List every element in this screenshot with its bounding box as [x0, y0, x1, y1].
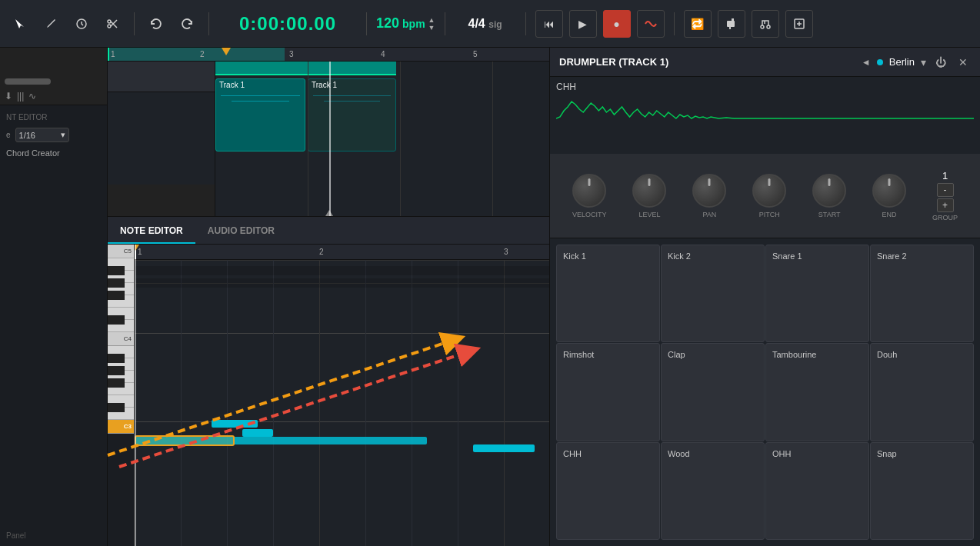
curve-button[interactable] [637, 10, 665, 38]
rewind-button[interactable]: ⏮ [535, 10, 563, 38]
grid-v-sub-3 [273, 245, 274, 546]
key-c5[interactable]: C5 [108, 245, 134, 258]
tab-note-editor[interactable]: NOTE EDITOR [108, 219, 195, 244]
track-mixer-icon[interactable]: ||| [17, 91, 24, 102]
knob-pan: PAN [692, 174, 726, 218]
play-button[interactable]: ▶ [569, 10, 597, 38]
note-mid-1[interactable] [212, 420, 258, 428]
arr-clip-2[interactable]: Track 1 [308, 78, 396, 151]
drumpler-preset-prev[interactable]: ◄ [862, 57, 871, 68]
drum-pad-kick2[interactable]: Kick 2 [661, 245, 765, 342]
drum-pad-snap[interactable]: Snap [870, 442, 974, 540]
arr-selection-bar [215, 62, 396, 75]
drum-pad-clap[interactable]: Clap [661, 343, 765, 441]
key-eb3[interactable] [108, 403, 125, 412]
editor-label: NT EDITOR [6, 113, 101, 122]
knob-end: END [872, 174, 906, 218]
arr-clip-2-wave-line2 [324, 101, 380, 102]
waveform-svg [556, 95, 974, 141]
knob-level-dial[interactable] [632, 174, 666, 208]
key-c3[interactable]: C3 [108, 420, 134, 434]
bpm-arrows[interactable]: ▲▼ [428, 16, 435, 32]
select-tool-button[interactable] [8, 12, 32, 36]
scissors-tool-button[interactable] [100, 12, 125, 36]
arr-track-list [108, 62, 215, 216]
plugin-button[interactable] [718, 10, 745, 38]
key-ab4[interactable] [108, 278, 125, 288]
key-bb3[interactable] [108, 354, 125, 363]
drum-pad-wood[interactable]: Wood [661, 442, 765, 540]
snap-label: e [6, 131, 11, 139]
drum-pad-snare1[interactable]: Snare 1 [765, 245, 869, 342]
draw-tool-button[interactable] [38, 12, 63, 36]
tab-audio-editor[interactable]: AUDIO EDITOR [195, 219, 287, 244]
loop-button[interactable]: 🔁 [684, 10, 712, 38]
note-editor-ruler: 1 2 3 [135, 245, 549, 260]
time-display: 0:00:00.00 [218, 13, 357, 35]
key-ab3[interactable] [108, 366, 125, 375]
group-minus-button[interactable]: - [937, 183, 954, 197]
separator-6 [674, 12, 675, 35]
midi-button[interactable] [752, 10, 779, 38]
svg-rect-4 [732, 18, 734, 21]
drum-pad-rimshot[interactable]: Rimshot [556, 343, 660, 441]
drum-pad-chh[interactable]: CHH [556, 442, 660, 540]
grid-v-sub-4 [365, 245, 366, 546]
key-gb3[interactable] [108, 378, 125, 388]
key-gb4[interactable] [108, 291, 125, 300]
key-eb4[interactable] [108, 315, 125, 325]
drumpler-preset-name[interactable]: Berlin [889, 56, 915, 68]
track-download-icon[interactable]: ⬇ [5, 91, 12, 102]
arr-clip-1[interactable]: Track 1 [215, 78, 305, 151]
sig-label: sig [488, 19, 502, 30]
snap-select[interactable]: 1/16 ▾ [15, 128, 69, 142]
knob-pitch-label: PITCH [759, 211, 780, 218]
undo-button[interactable] [144, 12, 168, 36]
drumpler-panel: DRUMPLER (TRACK 1) ◄ Berlin ▾ ⏻ ✕ CHH VE… [549, 48, 980, 546]
separator-4 [445, 12, 445, 35]
track-wave-icon[interactable]: ∿ [28, 91, 36, 102]
knob-pitch-dial[interactable] [752, 174, 786, 208]
separator-2 [208, 12, 209, 35]
drumpler-close-button[interactable]: ✕ [955, 55, 971, 70]
grid-h-1 [135, 260, 549, 261]
note-ruler-3: 3 [504, 248, 508, 256]
left-panel: ⬇ ||| ∿ NT EDITOR e 1/16 ▾ Chord Creator… [0, 48, 108, 546]
export-button[interactable] [785, 10, 813, 38]
group-plus-button[interactable]: + [937, 198, 954, 212]
drum-pad-ohh[interactable]: OHH [765, 442, 869, 540]
drumpler-preset-dropdown[interactable]: ▾ [921, 56, 926, 68]
main-area: ⬇ ||| ∿ NT EDITOR e 1/16 ▾ Chord Creator… [0, 48, 980, 546]
knob-end-dial[interactable] [872, 174, 906, 208]
toolbar: 0:00:00.00 120 bpm ▲▼ 4/4 sig ⏮ ▶ ● 🔁 [0, 0, 980, 48]
note-beat2-1[interactable] [473, 444, 535, 452]
note-selected-c3[interactable] [135, 435, 235, 446]
drum-pad-douh[interactable]: Douh [870, 343, 974, 441]
clock-tool-button[interactable] [69, 12, 94, 36]
record-button[interactable]: ● [603, 10, 631, 38]
arr-clip-1-wave-line1 [221, 95, 300, 96]
redo-button[interactable] [175, 12, 199, 36]
bpm-display[interactable]: 120 bpm ▲▼ [376, 15, 435, 32]
time-sig-display: 4/4 sig [455, 17, 516, 31]
grid-v-sub-1 [181, 245, 182, 546]
knob-pan-dial[interactable] [692, 174, 726, 208]
knob-velocity-dial[interactable] [572, 174, 606, 208]
drum-pad-tambourine[interactable]: Tambourine [765, 343, 869, 441]
drumpler-power-button[interactable]: ⏻ [932, 55, 949, 70]
key-bb4[interactable] [108, 266, 125, 275]
note-mid-2[interactable] [242, 429, 273, 437]
chord-creator-button[interactable]: Chord Creator [6, 148, 101, 158]
grid-v-sub-2 [227, 245, 228, 546]
note-editor-content: C5 C4 [108, 245, 549, 546]
drum-pad-kick1[interactable]: Kick 1 [556, 245, 660, 342]
track-volume-knob[interactable] [5, 78, 51, 85]
knob-start-dial[interactable] [812, 174, 846, 208]
track-controls: ⬇ ||| ∿ [5, 91, 102, 102]
svg-point-7 [767, 25, 770, 28]
drumpler-waveform [556, 95, 974, 141]
key-c4[interactable]: C4 [108, 332, 134, 346]
grid-v-sub-6 [458, 245, 458, 546]
arrangement-tracks: Track 1 Track 1 [108, 62, 549, 216]
drum-pad-snare2[interactable]: Snare 2 [870, 245, 974, 342]
